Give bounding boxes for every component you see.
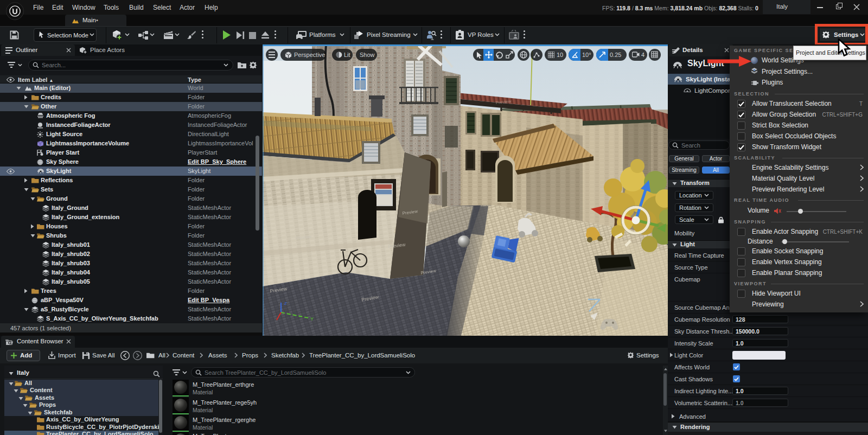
svg-text:Z: Z (284, 301, 287, 306)
svg-text:Y: Y (310, 316, 314, 322)
